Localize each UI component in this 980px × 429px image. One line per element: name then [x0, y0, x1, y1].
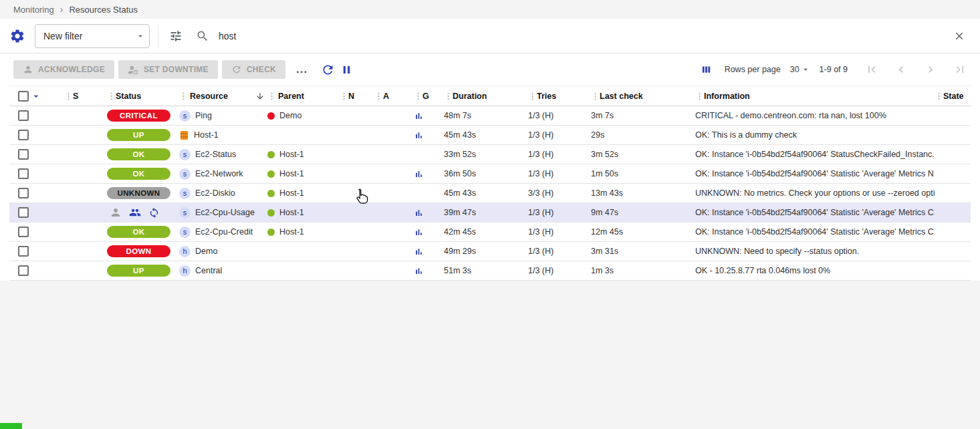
drag-handle-icon[interactable]: ⋮ — [591, 91, 597, 101]
graph-icon[interactable] — [414, 227, 424, 237]
column-header-n[interactable]: ⋮N — [340, 86, 374, 106]
drag-handle-icon[interactable]: ⋮ — [340, 91, 346, 101]
sync-icon[interactable] — [148, 207, 160, 219]
more-actions-button[interactable]: ... — [293, 63, 310, 76]
last-check-value: 3m 7s — [591, 111, 614, 120]
refresh-list-button[interactable] — [318, 60, 338, 80]
previous-page-button[interactable] — [894, 63, 908, 76]
column-header-tries[interactable]: ⋮Tries — [528, 86, 591, 106]
row-checkbox[interactable] — [18, 227, 29, 237]
rows-per-page-select[interactable]: 30 — [790, 65, 810, 74]
select-all-checkbox[interactable] — [18, 91, 29, 102]
filter-preset-select[interactable]: New filter — [35, 24, 150, 48]
status-chip[interactable]: OK — [107, 226, 170, 238]
table-row[interactable]: sEc2-Cpu-UsageHost-139m 47s1/3 (H)9m 47s… — [9, 203, 971, 223]
breadcrumb-resources-status[interactable]: Resources Status — [69, 5, 138, 15]
row-checkbox[interactable] — [18, 130, 29, 140]
pagination-range: 1-9 of 9 — [820, 65, 848, 74]
drag-handle-icon[interactable]: ⋮ — [64, 91, 70, 101]
status-chip[interactable]: DOWN — [107, 245, 170, 257]
drag-handle-icon[interactable]: ⋮ — [695, 91, 701, 101]
drag-handle-icon[interactable]: ⋮ — [528, 91, 534, 101]
column-header-resource[interactable]: ⋮Resource — [179, 86, 267, 106]
row-checkbox[interactable] — [18, 149, 29, 160]
graph-icon[interactable] — [414, 111, 424, 121]
columns-settings-button[interactable] — [697, 61, 715, 78]
drag-handle-icon[interactable]: ⋮ — [935, 91, 941, 101]
status-chip[interactable]: UP — [107, 129, 170, 141]
table-row[interactable]: OKsEc2-Cpu-CreditHost-142m 45s1/3 (H)12m… — [9, 223, 971, 242]
table-row[interactable]: UPhCentral51m 3s1/3 (H)1m 3sOK - 10.25.8… — [9, 261, 971, 281]
last-page-button[interactable] — [953, 63, 967, 76]
row-checkbox[interactable] — [18, 207, 29, 218]
check-button[interactable]: CHECK — [222, 60, 285, 79]
graph-icon[interactable] — [414, 169, 424, 179]
status-chip[interactable]: OK — [107, 168, 170, 180]
table-row[interactable]: DOWNhDemo49m 29s1/3 (H)3m 31sUNKNOWN: Ne… — [9, 242, 971, 261]
drag-handle-icon[interactable]: ⋮ — [179, 91, 185, 101]
status-chip[interactable]: UNKNOWN — [107, 187, 170, 199]
row-checkbox[interactable] — [18, 110, 29, 121]
next-page-button[interactable] — [924, 63, 937, 76]
parent-status-dot — [267, 209, 275, 217]
row-checkbox[interactable] — [18, 168, 29, 179]
rows-per-page-value: 30 — [790, 65, 800, 74]
filter-settings-button[interactable] — [7, 25, 28, 47]
pause-autorefresh-button[interactable] — [338, 61, 356, 79]
first-page-button[interactable] — [865, 63, 878, 76]
acknowledge-button[interactable]: ACKNOWLEDGE — [13, 60, 114, 79]
drag-handle-icon[interactable]: ⋮ — [374, 91, 380, 101]
people-icon[interactable] — [129, 206, 141, 219]
table-row[interactable]: UNKNOWNsEc2-DiskioHost-145m 43s3/3 (H)13… — [9, 184, 971, 203]
refresh-icon — [321, 63, 335, 77]
duration-value: 45m 43s — [444, 130, 476, 140]
column-header-duration[interactable]: ⋮Duration — [444, 86, 528, 106]
table-row[interactable]: CRITICALsPingDemo48m 7s1/3 (H)3m 7sCRITI… — [9, 106, 971, 126]
table-row[interactable]: UPHost-145m 43s1/3 (H)29sOK: This is a d… — [9, 126, 971, 145]
graph-icon[interactable] — [414, 130, 424, 140]
check-label: CHECK — [247, 65, 276, 74]
main-content: New filter ACKNOWLEDGE SET DOWNTIME CHEC… — [0, 19, 980, 281]
row-checkbox[interactable] — [18, 246, 29, 257]
person-icon[interactable] — [110, 206, 122, 219]
table-row[interactable]: OKsEc2-StatusHost-133m 52s1/3 (H)3m 52sO… — [9, 145, 971, 164]
drag-handle-icon[interactable]: ⋮ — [107, 91, 113, 101]
parent-name: Host-1 — [279, 150, 304, 159]
column-header-g[interactable]: ⋮G — [409, 86, 444, 106]
column-header-status[interactable]: ⋮Status — [107, 86, 179, 106]
column-header-information[interactable]: ⋮Information — [695, 86, 935, 106]
graph-icon[interactable] — [414, 266, 424, 276]
column-header-severity[interactable]: ⋮S — [59, 86, 107, 106]
column-header-parent[interactable]: ⋮Parent — [267, 86, 340, 106]
information-text: OK - 10.25.8.77 rta 0.046ms lost 0% — [695, 266, 830, 275]
drag-handle-icon[interactable]: ⋮ — [267, 91, 273, 101]
drag-handle-icon[interactable]: ⋮ — [414, 91, 420, 101]
column-header-state[interactable]: ⋮State — [935, 86, 971, 106]
breadcrumb: Monitoring › Resources Status — [0, 0, 980, 19]
column-header-a[interactable]: ⋮A — [374, 86, 409, 106]
tries-value: 1/3 (H) — [528, 208, 554, 217]
row-checkbox[interactable] — [18, 188, 29, 198]
pager — [865, 63, 967, 76]
breadcrumb-monitoring[interactable]: Monitoring — [13, 5, 54, 15]
row-checkbox[interactable] — [18, 265, 29, 276]
resource-name: Central — [195, 266, 222, 275]
service-type-icon: s — [179, 188, 191, 199]
search-area — [196, 29, 951, 43]
graph-icon[interactable] — [414, 247, 424, 257]
acknowledge-label: ACKNOWLEDGE — [38, 65, 105, 74]
table-row[interactable]: OKsEc2-NetworkHost-136m 50s1/3 (H)1m 50s… — [9, 164, 971, 184]
divider — [158, 25, 158, 47]
clear-search-button[interactable] — [951, 27, 968, 45]
selection-menu-caret-icon[interactable] — [31, 91, 41, 102]
graph-icon[interactable] — [414, 208, 424, 218]
search-input[interactable] — [219, 31, 951, 41]
drag-handle-icon[interactable]: ⋮ — [444, 91, 450, 101]
set-downtime-button[interactable]: SET DOWNTIME — [118, 60, 218, 79]
status-chip[interactable]: CRITICAL — [107, 110, 170, 122]
column-header-last-check[interactable]: ⋮Last check — [591, 86, 695, 106]
status-chip[interactable]: OK — [107, 148, 170, 160]
status-chip[interactable]: UP — [107, 265, 170, 277]
service-type-icon: s — [179, 149, 191, 160]
advanced-filter-button[interactable] — [166, 27, 185, 45]
